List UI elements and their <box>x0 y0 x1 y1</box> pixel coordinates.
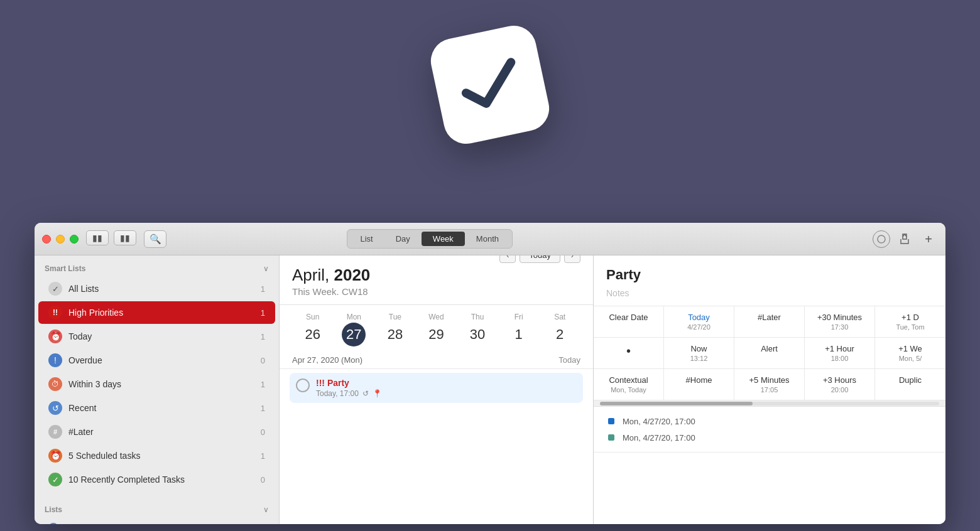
completed-count: 0 <box>261 475 265 485</box>
detail-panel: Party Notes Clear Date Today 4/27/20 #La… <box>594 255 945 524</box>
lists-chevron[interactable]: ∨ <box>263 505 269 514</box>
detail-action-1hour[interactable]: +1 Hour 18:00 <box>805 338 875 368</box>
detail-date-item-2: Mon, 4/27/20, 17:00 <box>606 429 933 446</box>
detail-action-30min[interactable]: +30 Minutes 17:30 <box>805 306 875 337</box>
sidebar-left-toggle[interactable]: ▮▮ <box>86 230 109 245</box>
smart-lists-label: Smart Lists <box>45 264 85 273</box>
tab-list[interactable]: List <box>349 232 384 246</box>
minimize-button[interactable] <box>56 235 65 244</box>
lists-header: Lists ∨ <box>35 496 279 518</box>
detail-actions-row2: • Now 13:12 Alert +1 Hour 18:00 +1 We <box>594 338 945 369</box>
later-icon: # <box>48 425 62 439</box>
scrollbar-track[interactable] <box>600 402 939 405</box>
svg-point-0 <box>878 235 885 243</box>
detail-action-later[interactable]: #Later <box>734 306 805 337</box>
week-day-thu: Thu 30 <box>457 310 498 350</box>
task-party[interactable]: !!! Party Today, 17:00 ↺ 📍 <box>290 373 583 403</box>
tab-week[interactable]: Week <box>422 232 465 246</box>
high-priorities-count: 1 <box>261 308 265 318</box>
tab-day[interactable]: Day <box>384 232 422 246</box>
detail-action-clear-date[interactable]: Clear Date <box>594 306 664 337</box>
sidebar-item-default-list[interactable]: 1 <box>38 518 275 524</box>
today-label: Today <box>68 331 261 341</box>
within-3-days-icon: ⏱ <box>48 377 62 391</box>
detail-title: Party <box>606 267 933 283</box>
within-3-days-count: 1 <box>261 380 265 389</box>
lists-label: Lists <box>45 505 62 514</box>
all-lists-count: 1 <box>261 284 265 294</box>
detail-action-5min[interactable]: +5 Minutes 17:05 <box>734 369 805 400</box>
next-week-button[interactable]: › <box>564 255 580 263</box>
sidebar-item-overdue[interactable]: ! Overdue 0 <box>38 349 275 372</box>
add-button[interactable]: + <box>919 230 938 249</box>
completed-icon: ✓ <box>48 473 62 486</box>
scheduled-label: 5 Scheduled tasks <box>68 451 261 461</box>
week-day-sat: Sat 2 <box>539 310 580 350</box>
today-icon: ⏰ <box>48 330 62 343</box>
calendar-date-label: Apr 27, 2020 (Mon) <box>292 355 362 365</box>
high-priorities-icon: !! <box>48 306 62 319</box>
sidebar-toggle-controls: ▮▮ ▮▮ 🔍 <box>86 230 166 248</box>
share-button[interactable] <box>895 230 914 249</box>
detail-action-contextual[interactable]: Contextual Mon, Today <box>594 369 664 400</box>
scrollbar-area <box>594 400 945 407</box>
sidebar-item-completed[interactable]: ✓ 10 Recently Completed Tasks 0 <box>38 468 275 491</box>
detail-action-home[interactable]: #Home <box>664 369 734 400</box>
later-label: #Later <box>68 427 261 437</box>
detail-action-duplicate[interactable]: Duplic <box>875 369 945 400</box>
recent-label: Recent <box>68 403 261 413</box>
search-button[interactable]: 🔍 <box>144 230 166 248</box>
later-count: 0 <box>261 427 265 437</box>
calendar-title: April, 2020 <box>292 266 370 285</box>
circle-button[interactable] <box>873 230 890 248</box>
date-dot-teal <box>608 434 614 441</box>
tab-month[interactable]: Month <box>465 232 510 246</box>
default-list-count: 1 <box>261 523 265 525</box>
default-list-dot <box>48 523 58 524</box>
date-icon-1 <box>606 416 616 426</box>
scrollbar-thumb <box>600 402 753 405</box>
detail-dates: Mon, 4/27/20, 17:00 Mon, 4/27/20, 17:00 <box>594 407 945 453</box>
sidebar-item-within-3-days[interactable]: ⏱ Within 3 days 1 <box>38 373 275 395</box>
detail-action-today[interactable]: Today 4/27/20 <box>664 306 734 337</box>
detail-action-3hours[interactable]: +3 Hours 20:00 <box>805 369 875 400</box>
calendar-header: April, 2020 This Week. CW18 ‹ Today › <box>280 255 593 305</box>
all-lists-icon: ✓ <box>48 282 62 296</box>
task-name: !!! Party <box>316 378 577 388</box>
week-day-wed: Wed 29 <box>416 310 457 350</box>
detail-action-alert[interactable]: Alert <box>734 338 805 368</box>
maximize-button[interactable] <box>70 235 79 244</box>
sidebar-item-scheduled[interactable]: ⏰ 5 Scheduled tasks 1 <box>38 444 275 467</box>
calendar-today-link[interactable]: Today <box>558 355 580 365</box>
overdue-icon: ! <box>48 353 62 367</box>
close-button[interactable] <box>42 235 51 244</box>
sidebar-item-recent[interactable]: ↺ Recent 1 <box>38 397 275 419</box>
sidebar-item-later[interactable]: # #Later 0 <box>38 421 275 443</box>
detail-action-now[interactable]: Now 13:12 <box>664 338 734 368</box>
prev-week-button[interactable]: ‹ <box>499 255 516 263</box>
week-days: Sun 26 Mon 27 Tue 28 Wed 29 Thu 30 <box>280 305 593 350</box>
today-nav-button[interactable]: Today <box>520 255 560 263</box>
detail-action-dot[interactable]: • <box>594 338 664 368</box>
detail-action-1day[interactable]: +1 D Tue, Tom <box>875 306 945 337</box>
detail-actions-row1: Clear Date Today 4/27/20 #Later +30 Minu… <box>594 306 945 338</box>
completed-label: 10 Recently Completed Tasks <box>68 475 261 485</box>
titlebar-right-controls: + <box>873 230 938 249</box>
sidebar-item-today[interactable]: ⏰ Today 1 <box>38 325 275 348</box>
detail-action-1week[interactable]: +1 We Mon, 5/ <box>875 338 945 368</box>
task-meta: Today, 17:00 ↺ 📍 <box>316 389 577 398</box>
task-checkbox[interactable] <box>296 378 310 392</box>
recent-icon: ↺ <box>48 401 62 415</box>
date-icon-2 <box>606 432 616 442</box>
titlebar: ▮▮ ▮▮ 🔍 List Day Week Month + <box>35 223 945 255</box>
smart-lists-header: Smart Lists ∨ <box>35 255 279 277</box>
date-dot-blue <box>608 418 614 424</box>
detail-notes-label: Notes <box>606 288 933 298</box>
sidebar-right-toggle[interactable]: ▮▮ <box>114 230 136 245</box>
traffic-lights <box>42 235 79 244</box>
location-icon: 📍 <box>373 389 382 398</box>
smart-lists-chevron[interactable]: ∨ <box>263 264 269 273</box>
sidebar-item-high-priorities[interactable]: !! High Priorities 1 <box>38 301 275 324</box>
sidebar-item-all-lists[interactable]: ✓ All Lists 1 <box>38 277 275 300</box>
detail-date-item-1: Mon, 4/27/20, 17:00 <box>606 413 933 429</box>
